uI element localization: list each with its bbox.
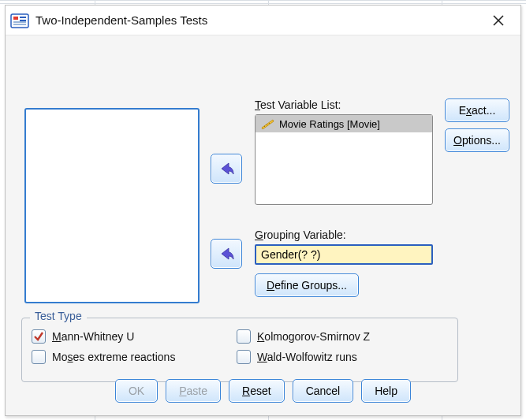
grouping-variable-field[interactable]: Gender(? ?)	[255, 244, 433, 265]
svg-marker-8	[262, 120, 274, 129]
define-groups-button[interactable]: Define Groups...	[255, 273, 359, 297]
svg-rect-5	[13, 24, 26, 25]
paste-button[interactable]: Paste	[166, 379, 221, 403]
test-variable-item[interactable]: Movie Ratings [Movie]	[256, 115, 432, 132]
reset-button[interactable]: Reset	[229, 379, 285, 403]
move-to-test-variable-button[interactable]	[211, 154, 242, 184]
app-icon	[10, 11, 29, 30]
arrow-left-icon	[218, 161, 235, 177]
mann-whitney-checkbox[interactable]: Mann-Whitney U	[32, 329, 213, 344]
check-icon	[33, 331, 44, 342]
test-variable-list-label: Test Variable List:	[255, 98, 341, 111]
checkbox-box	[32, 329, 46, 344]
dialog-button-row: OK Paste Reset Cancel Help	[6, 379, 520, 403]
checkbox-box	[237, 350, 251, 364]
window-title: Two-Independent-Samples Tests	[35, 13, 484, 27]
kolmogorov-checkbox[interactable]: Kolmogorov-Smirnov Z	[237, 329, 418, 344]
options-button[interactable]: Options...	[445, 128, 509, 152]
help-button[interactable]: Help	[361, 379, 411, 403]
dialog-two-independent-samples: Two-Independent-Samples Tests Test Varia…	[5, 5, 521, 416]
checkbox-box	[32, 350, 46, 364]
svg-rect-2	[20, 17, 26, 18]
move-to-grouping-variable-button[interactable]	[211, 239, 242, 269]
close-icon	[493, 15, 504, 26]
svg-rect-1	[13, 17, 18, 20]
svg-rect-4	[13, 21, 26, 23]
arrow-left-icon	[218, 246, 235, 262]
exact-button[interactable]: Exact...	[445, 98, 509, 122]
svg-rect-3	[20, 20, 26, 21]
source-variable-list[interactable]	[24, 108, 200, 303]
grouping-variable-value: Gender(? ?)	[261, 248, 320, 261]
ok-button[interactable]: OK	[115, 379, 158, 403]
moses-checkbox[interactable]: Moses extreme reactions	[32, 350, 213, 364]
cancel-button[interactable]: Cancel	[293, 379, 354, 403]
scale-measure-icon	[260, 118, 274, 129]
checkbox-box	[237, 329, 251, 344]
titlebar: Two-Independent-Samples Tests	[6, 6, 520, 35]
test-type-group: Test Type Mann-Whitney U Kolmogorov-Smir…	[21, 318, 458, 382]
test-variable-list[interactable]: Movie Ratings [Movie]	[255, 114, 433, 205]
test-type-legend: Test Type	[30, 310, 87, 322]
test-variable-item-label: Movie Ratings [Movie]	[279, 118, 380, 130]
grouping-variable-label: Grouping Variable:	[255, 229, 346, 241]
close-button[interactable]	[484, 8, 513, 33]
wald-checkbox[interactable]: Wald-Wolfowitz runs	[237, 350, 418, 364]
